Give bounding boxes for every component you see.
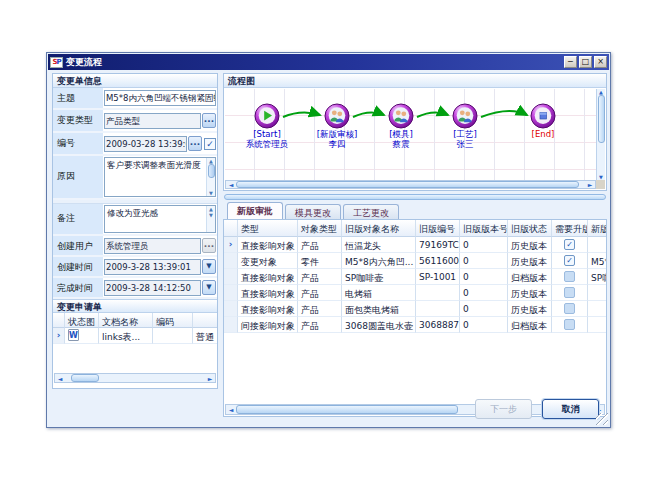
cell xyxy=(416,301,460,317)
number-checkbox[interactable]: ✓ xyxy=(204,138,216,150)
row-indicator: › xyxy=(53,328,65,344)
flowchart-panel: 流程图 [Start] 系统管理员 xyxy=(223,73,607,191)
flowchart-hscrollbar[interactable]: ◄ ► xyxy=(225,180,596,189)
column-header[interactable]: 旧版对象名称 xyxy=(342,220,416,237)
finish-time-field[interactable]: 2009-3-28 14:12:50 xyxy=(104,280,201,296)
word-doc-icon: W xyxy=(68,329,79,341)
minimize-icon[interactable]: ─ xyxy=(564,56,577,68)
upgrade-checkbox[interactable]: ✓ xyxy=(564,239,575,250)
tab-strip: 新版审批 模具更改 工艺更改 xyxy=(227,202,399,219)
flowchart-canvas: [Start] 系统管理员 [新版审核] 李四 xyxy=(225,89,596,180)
tab-mold-change[interactable]: 模具更改 xyxy=(285,204,341,219)
upgrade-cell xyxy=(552,269,588,285)
scroll-right-icon[interactable]: ► xyxy=(585,180,595,189)
change-type-label: 变更类型 xyxy=(53,110,103,131)
resize-grip[interactable] xyxy=(596,413,608,425)
request-list-hscrollbar[interactable]: ◄ ► xyxy=(54,373,216,383)
scroll-left-icon[interactable]: ◄ xyxy=(226,180,236,189)
column-header[interactable]: 旧版状态 xyxy=(508,220,552,237)
people-icon xyxy=(452,103,478,129)
subject-input[interactable]: M5*8内六角凹端不锈钢紧固螺钉 xyxy=(104,90,216,106)
cell: 产品 xyxy=(298,285,342,301)
flow-node-end[interactable]: [End] xyxy=(507,103,579,139)
column-header-status[interactable]: 状态图 xyxy=(65,313,99,328)
flow-node-review[interactable]: [新版审核] 李四 xyxy=(301,103,373,149)
reason-scrollbar[interactable]: ▲ ▼ xyxy=(206,158,215,196)
cell: 电烤箱 xyxy=(342,285,416,301)
upgrade-checkbox[interactable] xyxy=(564,319,575,330)
change-type-field[interactable]: 产品类型 xyxy=(104,113,201,129)
upgrade-checkbox[interactable] xyxy=(564,271,575,282)
section-title-request-list: 变更申请单 xyxy=(53,299,217,313)
cell xyxy=(588,237,607,253)
table-row[interactable]: 间接影响对象产品3068圆盖电水壶30688870归档版本 xyxy=(224,317,607,333)
column-header-extra[interactable] xyxy=(193,313,217,328)
upgrade-checkbox[interactable]: ✓ xyxy=(564,255,575,266)
doc-name-cell: links表... xyxy=(99,328,153,344)
tab-new-version-approval[interactable]: 新版审批 xyxy=(227,202,283,219)
creator-field[interactable]: 系统管理员 xyxy=(104,238,201,254)
creator-label: 创建用户 xyxy=(53,236,103,255)
finish-time-dropdown-icon[interactable]: ▼ xyxy=(202,280,216,295)
flow-node-start[interactable]: [Start] 系统管理员 xyxy=(231,103,303,149)
reason-textarea[interactable]: 客户要求调整表面光滑度 xyxy=(105,158,206,196)
change-order-panel: 变更单信息 主题 M5*8内六角凹端不锈钢紧固螺钉 变更类型 产品类型 ... … xyxy=(52,73,218,389)
cell: 历史版本 xyxy=(508,237,552,253)
scroll-left-icon[interactable]: ◄ xyxy=(55,374,65,383)
cell: 直接影响对象 xyxy=(238,269,298,285)
remark-textarea[interactable]: 修改为亚光感 xyxy=(105,206,206,232)
table-row[interactable]: 变更对象零件M5*8内六角凹...56116000历史版本✓M5*8内六角凹..… xyxy=(224,253,607,269)
close-icon[interactable]: × xyxy=(594,56,607,68)
doc-status-cell: W xyxy=(65,328,99,344)
column-header-doc-name[interactable]: 文档名称 xyxy=(99,313,153,328)
column-header[interactable]: 新版对象名称 xyxy=(588,220,607,237)
create-time-field[interactable]: 2009-3-28 13:39:01 xyxy=(104,259,201,275)
upgrade-cell xyxy=(552,285,588,301)
column-header xyxy=(53,313,65,328)
scroll-left-icon[interactable]: ◄ xyxy=(226,405,236,414)
number-field[interactable]: 2009-03-28 13:39:01 xyxy=(104,136,187,152)
column-header[interactable]: 类型 xyxy=(238,220,298,237)
app-icon: SP xyxy=(50,57,63,68)
cancel-button[interactable]: 取消 xyxy=(542,399,599,419)
scroll-down-icon[interactable]: ▼ xyxy=(209,190,213,196)
upgrade-cell xyxy=(552,301,588,317)
column-header[interactable]: 旧版版本号 xyxy=(460,220,508,237)
upgrade-checkbox[interactable] xyxy=(564,303,575,314)
maximize-icon[interactable]: □ xyxy=(579,56,592,68)
creator-picker-button[interactable]: ... xyxy=(202,238,216,253)
flow-node-mold[interactable]: [模具] 蔡震 xyxy=(365,103,437,149)
cell: 0 xyxy=(460,285,508,301)
remark-scrollbar[interactable]: ▲ ▼ xyxy=(206,206,215,232)
change-type-picker-button[interactable]: ... xyxy=(202,113,216,128)
column-header[interactable]: 对象类型 xyxy=(298,220,342,237)
next-button[interactable]: 下一步 xyxy=(475,399,532,419)
row-indicator xyxy=(224,317,238,333)
upgrade-cell xyxy=(552,317,588,333)
flowchart-vscrollbar[interactable]: ▲ ▼ xyxy=(596,89,605,180)
people-icon xyxy=(388,103,414,129)
table-row[interactable]: 直接影响对象产品面包类电烤箱0历史版本 xyxy=(224,301,607,317)
upgrade-checkbox[interactable] xyxy=(564,287,575,298)
column-header[interactable]: 旧版编号 xyxy=(416,220,460,237)
cell: 产品 xyxy=(298,237,342,253)
scroll-down-icon[interactable]: ▼ xyxy=(209,212,213,218)
end-node-icon xyxy=(530,103,556,129)
number-label: 编号 xyxy=(53,133,103,154)
flow-node-craft[interactable]: [工艺] 张三 xyxy=(429,103,501,149)
column-header[interactable]: 需要升版 xyxy=(552,220,588,237)
list-item[interactable]: › W links表... 普通 xyxy=(53,328,217,344)
number-picker-button[interactable]: ... xyxy=(188,136,202,151)
titlebar[interactable]: SP 变更流程 ─ □ × xyxy=(48,54,609,70)
create-time-dropdown-icon[interactable]: ▼ xyxy=(202,259,216,274)
table-row[interactable]: 直接影响对象产品电烤箱0历史版本 xyxy=(224,285,607,301)
cell: 直接影响对象 xyxy=(238,285,298,301)
table-row[interactable]: 直接影响对象产品SP咖啡壶SP-10010归档版本SP咖啡壶 xyxy=(224,269,607,285)
tab-craft-change[interactable]: 工艺更改 xyxy=(343,204,399,219)
horizontal-splitter[interactable] xyxy=(224,194,606,200)
cell: 产品 xyxy=(298,269,342,285)
table-row[interactable]: ›直接影响对象产品恒温龙头79169TC0历史版本✓ xyxy=(224,237,607,253)
scroll-right-icon[interactable]: ► xyxy=(205,374,215,383)
column-header-code[interactable]: 编码 xyxy=(153,313,193,328)
cell xyxy=(588,317,607,333)
